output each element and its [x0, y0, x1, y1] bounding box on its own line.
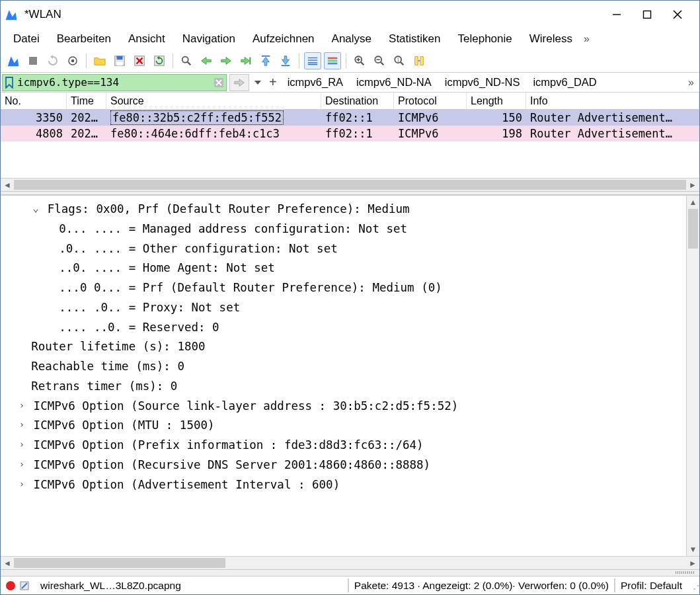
go-to-icon[interactable]: [237, 52, 254, 69]
svg-rect-9: [117, 62, 123, 65]
expand-icon[interactable]: ›: [17, 417, 26, 433]
expand-icon[interactable]: ⌄: [31, 199, 40, 217]
menu-wireless[interactable]: Wireless: [521, 30, 581, 48]
reload-file-icon[interactable]: [151, 52, 168, 69]
column-info[interactable]: Info: [526, 93, 699, 109]
go-first-icon[interactable]: [257, 52, 274, 69]
detail-line[interactable]: Reachable time (ms): 0: [3, 357, 686, 377]
detail-line[interactable]: ..0. .... = Home Agent: Not set: [3, 258, 686, 278]
capture-options-icon[interactable]: [64, 52, 81, 69]
column-no[interactable]: No.: [1, 93, 67, 109]
detail-line[interactable]: › ICMPv6 Option (Recursive DNS Server 20…: [3, 456, 686, 475]
menu-telephonie[interactable]: Telephonie: [449, 30, 521, 48]
detail-hscrollbar[interactable]: ◄ ►: [1, 556, 699, 569]
zoom-out-icon[interactable]: [371, 52, 388, 69]
expand-icon[interactable]: ›: [17, 477, 26, 493]
menu-bar: Datei Bearbeiten Ansicht Navigation Aufz…: [1, 28, 699, 50]
go-forward-icon[interactable]: [217, 52, 235, 69]
filter-bookmark-nd-ns[interactable]: icmpv6_ND-NS: [440, 75, 525, 90]
close-file-icon[interactable]: [131, 52, 148, 69]
window-title: *WLAN: [24, 8, 61, 21]
filter-bookmark-nd-na[interactable]: icmpv6_ND-NA: [351, 75, 437, 90]
detail-line[interactable]: ⌄ Flags: 0x00, Prf (Default Router Prefe…: [3, 200, 686, 219]
svg-rect-24: [328, 60, 337, 62]
maximize-button[interactable]: [632, 5, 662, 24]
cell-source: fe80::32b5:c2ff:fed5:f552: [106, 110, 321, 126]
svg-rect-17: [262, 56, 270, 57]
find-icon[interactable]: [178, 52, 195, 69]
expand-icon[interactable]: ›: [17, 398, 26, 414]
filter-bookmark-icon[interactable]: [3, 77, 16, 89]
column-source[interactable]: Source: [106, 93, 321, 109]
packet-row[interactable]: 3350 202… fe80::32b5:c2ff:fed5:f552 ff02…: [1, 110, 699, 126]
menu-ansicht[interactable]: Ansicht: [120, 30, 174, 48]
menu-aufzeichnen[interactable]: Aufzeichnen: [244, 30, 323, 48]
auto-scroll-icon[interactable]: [304, 52, 321, 69]
filter-bookmark-ra[interactable]: icmpv6_RA: [282, 75, 348, 90]
column-length[interactable]: Length: [467, 93, 526, 109]
packet-list-hscrollbar[interactable]: ◄►: [1, 178, 699, 191]
column-destination[interactable]: Destination: [321, 93, 394, 109]
title-bar: *WLAN: [1, 1, 699, 28]
filter-history-dropdown[interactable]: [252, 74, 264, 91]
detail-line[interactable]: .... .0.. = Proxy: Not set: [3, 298, 686, 318]
filter-overflow-icon[interactable]: »: [688, 77, 698, 89]
resize-columns-icon[interactable]: [410, 52, 428, 69]
expand-icon[interactable]: ›: [17, 437, 26, 453]
apply-filter-button[interactable]: [229, 74, 249, 91]
detail-line[interactable]: .0.. .... = Other configuration: Not set: [3, 239, 686, 259]
capture-start-icon[interactable]: [5, 52, 22, 69]
capture-stop-icon[interactable]: [24, 52, 42, 69]
filter-bookmark-dad[interactable]: icmpv6_DAD: [527, 75, 602, 90]
minimize-button[interactable]: [602, 5, 632, 24]
detail-line[interactable]: .... ..0. = Reserved: 0: [3, 318, 686, 338]
menu-overflow-icon[interactable]: »: [584, 33, 590, 45]
detail-vscrollbar[interactable]: ▲▼: [686, 196, 699, 556]
packet-detail-tree[interactable]: ⌄ Flags: 0x00, Prf (Default Router Prefe…: [1, 196, 686, 556]
packet-list-body: 3350 202… fe80::32b5:c2ff:fed5:f552 ff02…: [1, 110, 699, 178]
svg-rect-36: [415, 57, 418, 65]
add-filter-button[interactable]: +: [266, 75, 280, 90]
detail-line[interactable]: Router lifetime (s): 1800: [3, 337, 686, 357]
detail-line[interactable]: › ICMPv6 Option (MTU : 1500): [3, 416, 686, 436]
detail-line[interactable]: › ICMPv6 Option (Source link-layer addre…: [3, 397, 686, 416]
column-time[interactable]: Time: [67, 93, 106, 109]
detail-line[interactable]: Retrans timer (ms): 0: [3, 377, 686, 397]
display-filter-field[interactable]: [2, 74, 227, 91]
detail-line[interactable]: 0... .... = Managed address configuratio…: [3, 219, 686, 239]
colorize-icon[interactable]: [324, 52, 341, 69]
svg-text:1: 1: [397, 58, 399, 62]
status-packets: Pakete: 4913 · Angezeigt: 2 (0.0%)· Verw…: [349, 576, 614, 594]
detail-line[interactable]: › ICMPv6 Option (Prefix information : fd…: [3, 436, 686, 456]
svg-line-27: [361, 62, 364, 65]
status-profile[interactable]: Profil: Default: [615, 576, 687, 594]
menu-datei[interactable]: Datei: [5, 30, 48, 48]
zoom-reset-icon[interactable]: 1: [391, 52, 408, 69]
packet-list-pane: No. Time Source Destination Protocol Len…: [1, 92, 699, 191]
menu-analyse[interactable]: Analyse: [323, 30, 380, 48]
cell-destination: ff02::1: [321, 110, 394, 126]
packet-row[interactable]: 4808 202… fe80::464e:6dff:feb4:c1c3 ff02…: [1, 126, 699, 141]
bytes-pane-grip[interactable]: [1, 569, 699, 576]
zoom-in-icon[interactable]: [351, 52, 368, 69]
expand-icon[interactable]: ›: [17, 457, 26, 473]
clear-filter-icon[interactable]: [212, 77, 226, 88]
column-protocol[interactable]: Protocol: [394, 93, 467, 109]
go-last-icon[interactable]: [277, 52, 294, 69]
cell-length: 150: [467, 110, 526, 126]
expert-info-icon[interactable]: [19, 580, 30, 591]
display-filter-input[interactable]: [16, 75, 212, 91]
go-back-icon[interactable]: [198, 52, 215, 69]
resize-grip-icon[interactable]: ⋰: [687, 576, 699, 594]
detail-line[interactable]: › ICMPv6 Option (Advertisement Interval …: [3, 475, 686, 495]
save-file-icon[interactable]: [111, 52, 128, 69]
capture-restart-icon[interactable]: [44, 52, 61, 69]
capture-indicator[interactable]: [1, 576, 35, 594]
close-button[interactable]: [662, 5, 693, 24]
open-file-icon[interactable]: [91, 52, 108, 69]
app-icon: [5, 7, 18, 22]
menu-statistiken[interactable]: Statistiken: [380, 30, 449, 48]
menu-bearbeiten[interactable]: Bearbeiten: [48, 30, 120, 48]
menu-navigation[interactable]: Navigation: [174, 30, 244, 48]
detail-line[interactable]: ...0 0... = Prf (Default Router Preferen…: [3, 278, 686, 298]
